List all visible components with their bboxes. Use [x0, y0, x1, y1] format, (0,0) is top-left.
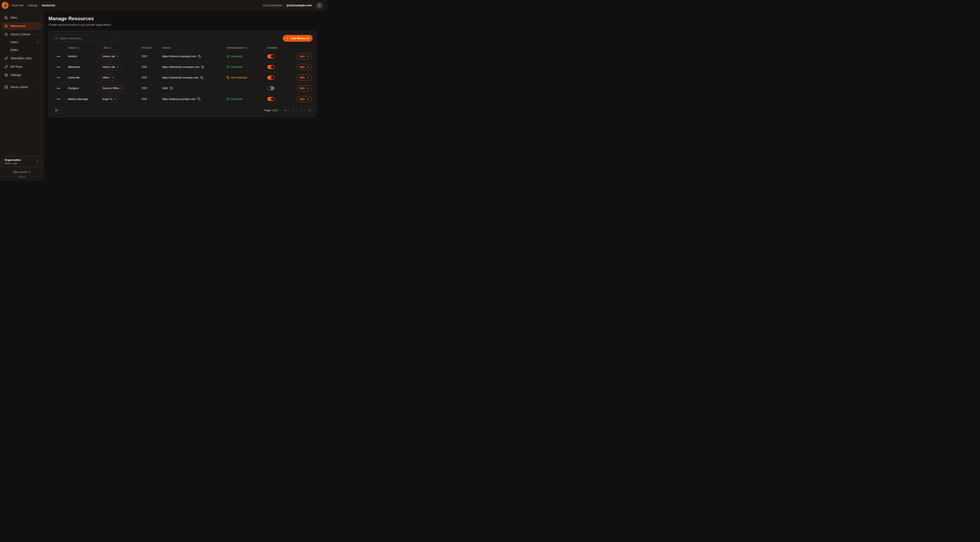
edit-button[interactable]: Edit [296, 64, 312, 70]
copy-icon[interactable] [201, 65, 204, 69]
auth-status-text: Protected [231, 97, 242, 100]
chevron-down-icon [60, 109, 62, 112]
site-link-button[interactable]: Office [100, 75, 116, 81]
enabled-toggle[interactable] [267, 97, 275, 101]
resource-access-url: https://bitwarden.example.com [162, 65, 199, 69]
breadcrumb-separator-icon: › [39, 4, 40, 7]
resource-access-url: https://battery.example.com [162, 97, 196, 100]
page-size-select[interactable]: 20 [52, 107, 65, 113]
open-source-label: Open Source [13, 171, 27, 174]
organization-selector[interactable]: Organization Home Lab [2, 156, 42, 167]
row-menu-button[interactable]: ••• [52, 65, 64, 69]
toggle-knob [271, 65, 274, 69]
edit-button[interactable]: Edit [296, 96, 312, 102]
site-link-button[interactable]: Second Office [100, 85, 126, 91]
sidebar-item-access-control[interactable]: Access Control [2, 30, 42, 38]
sidebar-item-sites[interactable]: Sites [2, 14, 42, 21]
sidebar-item-shareable-links[interactable]: Shareable Links [2, 54, 42, 62]
users-icon [5, 33, 8, 36]
edit-button[interactable]: Edit [296, 53, 312, 59]
copy-icon[interactable] [200, 76, 203, 79]
column-header-name[interactable]: Name [64, 46, 99, 49]
sidebar-item-label: API Keys [10, 65, 23, 68]
shield-check-icon [226, 55, 229, 58]
resource-name: Bitwarden [64, 65, 99, 69]
page-size-value: 20 [55, 109, 58, 112]
resource-access-url: https://immich.example.com [162, 55, 196, 58]
add-resource-button[interactable]: Add Resource [283, 35, 313, 42]
enabled-toggle[interactable] [267, 76, 275, 80]
column-header-access: Access [161, 46, 225, 49]
arrow-right-icon [306, 65, 309, 68]
table-header: Name Site Protocol Access Authentication… [52, 46, 313, 51]
first-page-button[interactable] [283, 107, 289, 113]
arrow-up-right-icon [121, 87, 123, 89]
main-content: Manage Resources Create secure proxies t… [44, 11, 327, 181]
sidebar-item-server-admin[interactable]: Server Admin [2, 83, 42, 91]
chevrons-left-icon [285, 109, 287, 112]
add-resource-label: Add Resource [291, 37, 309, 40]
resource-access-url: https://authentik.example.com [162, 76, 199, 79]
server-icon [5, 85, 8, 89]
auth-protected-badge: Protected [226, 97, 242, 100]
toggle-knob [271, 55, 274, 58]
table-row: ••• Immich Home Lab TCP https://immich.e… [52, 51, 313, 62]
edit-label: Edit [299, 55, 305, 58]
toggle-knob [271, 76, 274, 79]
site-link-button[interactable]: Home Lab [100, 53, 122, 59]
gear-icon [5, 73, 8, 77]
avatar[interactable]: J [316, 2, 323, 9]
edit-label: Edit [299, 76, 305, 79]
site-link-button[interactable]: Edge 01 [100, 96, 119, 102]
row-menu-button[interactable]: ••• [52, 97, 64, 101]
edit-button[interactable]: Edit [296, 75, 312, 81]
arrow-right-icon [306, 98, 309, 100]
column-header-authentication[interactable]: Authentication [225, 46, 266, 49]
sidebar-item-users[interactable]: Users [2, 38, 42, 46]
site-name: Office [103, 76, 110, 79]
search-input[interactable] [52, 35, 120, 42]
site-name: Second Office [103, 87, 119, 90]
auth-protected-badge: Protected [226, 55, 242, 58]
auth-status-text: Not Protected [231, 76, 247, 79]
enabled-toggle[interactable] [267, 86, 275, 90]
sidebar-item-resources[interactable]: Resources [2, 22, 42, 30]
edit-button[interactable]: Edit [296, 85, 312, 91]
column-header-site[interactable]: Site [99, 46, 140, 49]
copy-icon[interactable] [170, 87, 173, 90]
table-row: ••• Authentik Office TCP https://authent… [52, 72, 313, 83]
row-menu-button[interactable]: ••• [52, 54, 64, 58]
enabled-toggle[interactable] [267, 65, 275, 69]
sort-icon [109, 46, 112, 49]
chevrons-up-down-icon [36, 160, 39, 163]
copy-icon[interactable] [197, 97, 200, 100]
documentation-link[interactable]: Documentation [263, 4, 282, 7]
breadcrumb-org[interactable]: home-lab [12, 4, 24, 7]
row-menu-button[interactable]: ••• [52, 86, 64, 90]
app-logo-icon[interactable] [2, 2, 9, 9]
auth-not-protected-badge: Not Protected [226, 76, 247, 79]
user-email[interactable]: joe@example.com [286, 4, 312, 7]
sidebar-item-label: Users [10, 40, 18, 44]
row-menu-button[interactable]: ••• [52, 76, 64, 79]
shield-check-icon [226, 65, 229, 69]
column-header-enabled: Enabled [266, 46, 290, 49]
site-link-button[interactable]: Home Lab [100, 64, 122, 70]
next-page-button[interactable] [299, 107, 305, 113]
app-version: v1.3.0 [2, 175, 42, 178]
enabled-toggle[interactable] [267, 54, 275, 59]
breadcrumb-settings[interactable]: settings [27, 4, 37, 7]
copy-icon[interactable] [198, 55, 201, 58]
breadcrumb: home-lab › settings › resources [12, 4, 56, 7]
sidebar-item-api-keys[interactable]: API Keys [2, 63, 42, 70]
resource-protocol: TCP [140, 55, 161, 58]
open-source-link[interactable]: Open Source [2, 171, 42, 174]
last-page-button[interactable] [307, 107, 313, 113]
chevron-right-icon [300, 109, 303, 112]
sidebar-item-label: Settings [10, 73, 21, 77]
sidebar-item-roles[interactable]: Roles [2, 46, 42, 54]
sidebar-item-settings[interactable]: Settings [2, 71, 42, 79]
key-icon [5, 65, 8, 69]
previous-page-button[interactable] [291, 107, 297, 113]
page-subtitle: Create secure proxies to your private ap… [48, 23, 317, 26]
